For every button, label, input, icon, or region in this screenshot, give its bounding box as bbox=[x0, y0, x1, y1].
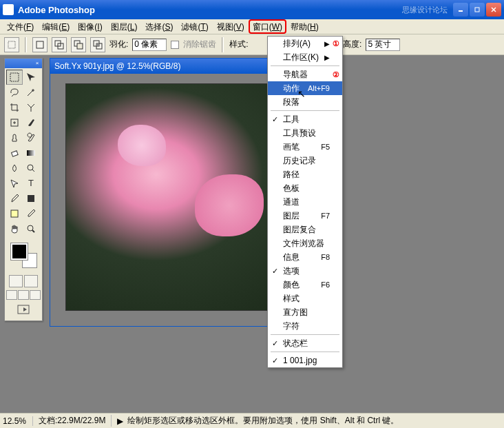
menu-item-字符[interactable]: 字符 bbox=[268, 319, 342, 333]
svg-line-18 bbox=[32, 170, 34, 172]
submenu-arrow-icon: ▶ bbox=[324, 54, 330, 61]
menu-item-直方图[interactable]: 直方图 bbox=[268, 305, 342, 319]
menu-item-动作[interactable]: 动作Alt+F9 bbox=[268, 81, 342, 95]
menu-help[interactable]: 帮助(H) bbox=[286, 19, 323, 34]
marquee-tool[interactable] bbox=[6, 70, 23, 85]
tool-preset-icon[interactable] bbox=[4, 37, 19, 52]
antialias-checkbox[interactable] bbox=[171, 41, 179, 49]
selection-new-icon[interactable] bbox=[32, 37, 48, 52]
svg-rect-5 bbox=[36, 41, 43, 48]
standard-mode-button[interactable] bbox=[9, 275, 23, 287]
path-select-tool[interactable] bbox=[6, 176, 23, 191]
menu-item-通道[interactable]: 通道 bbox=[268, 195, 342, 209]
svg-point-17 bbox=[28, 165, 33, 170]
triangle-icon: ▶ bbox=[117, 416, 123, 426]
menu-view[interactable]: 视图(V) bbox=[213, 19, 249, 34]
menu-item-排列[interactable]: 排列(A)▶① bbox=[268, 37, 342, 50]
menu-item-历史记录[interactable]: 历史记录 bbox=[268, 154, 342, 167]
hand-tool[interactable] bbox=[6, 221, 23, 236]
zoom-field[interactable]: 12.5% bbox=[0, 416, 33, 426]
check-icon: ✓ bbox=[272, 339, 278, 348]
window-buttons bbox=[453, 3, 501, 17]
minimize-button[interactable] bbox=[453, 3, 468, 17]
menu-item-选项[interactable]: ✓选项 bbox=[268, 264, 342, 278]
stamp-tool[interactable] bbox=[6, 130, 23, 145]
screen-full-button[interactable] bbox=[30, 290, 41, 300]
menu-item-文件浏览器[interactable]: 文件浏览器 bbox=[268, 236, 342, 250]
blur-tool[interactable] bbox=[6, 161, 23, 176]
menu-select[interactable]: 选择(S) bbox=[141, 19, 177, 34]
brush-tool[interactable] bbox=[23, 115, 39, 130]
svg-text:T: T bbox=[28, 178, 34, 188]
menu-item-颜色[interactable]: 颜色F6 bbox=[268, 278, 342, 292]
menu-item-工作区[interactable]: 工作区(K)▶ bbox=[268, 50, 342, 64]
menu-item-工具预设[interactable]: 工具预设 bbox=[268, 126, 342, 140]
close-icon[interactable]: × bbox=[34, 60, 41, 67]
menu-layer[interactable]: 图层(L) bbox=[107, 19, 142, 34]
selection-add-icon[interactable] bbox=[52, 37, 67, 52]
svg-rect-9 bbox=[77, 43, 83, 49]
status-bar: 12.5% 文档:22.9M/22.9M ▶绘制矩形选区或移动选区外框。要用附加… bbox=[0, 413, 504, 428]
menu-filter[interactable]: 滤镜(T) bbox=[177, 19, 212, 34]
gradient-tool[interactable] bbox=[23, 145, 39, 161]
type-tool[interactable]: T bbox=[23, 176, 39, 191]
eraser-tool[interactable] bbox=[6, 145, 23, 161]
close-button[interactable] bbox=[486, 3, 501, 17]
svg-rect-21 bbox=[11, 210, 18, 217]
svg-rect-13 bbox=[10, 73, 19, 81]
crop-tool[interactable] bbox=[6, 100, 23, 115]
menu-item-信息[interactable]: 信息F8 bbox=[268, 250, 342, 264]
dodge-tool[interactable] bbox=[23, 161, 39, 176]
menu-window[interactable]: 窗口(W) bbox=[249, 19, 286, 34]
selection-intersect-icon[interactable] bbox=[90, 37, 105, 52]
foreground-color-swatch[interactable] bbox=[11, 243, 28, 260]
lasso-tool[interactable] bbox=[6, 85, 23, 100]
shape-tool[interactable] bbox=[23, 191, 39, 206]
svg-point-22 bbox=[28, 225, 33, 231]
menu-file[interactable]: 文件(F) bbox=[3, 19, 38, 34]
menu-item-样式[interactable]: 样式 bbox=[268, 292, 342, 305]
selection-subtract-icon[interactable] bbox=[71, 37, 86, 52]
move-tool[interactable] bbox=[23, 70, 39, 85]
menu-image[interactable]: 图像(I) bbox=[74, 19, 106, 34]
menu-item-画笔[interactable]: 画笔F5 bbox=[268, 140, 342, 154]
zoom-tool[interactable] bbox=[23, 221, 39, 236]
wand-tool[interactable] bbox=[23, 85, 39, 100]
quickmask-mode-button[interactable] bbox=[24, 275, 38, 287]
slice-tool[interactable] bbox=[23, 100, 39, 115]
menu-edit[interactable]: 编辑(E) bbox=[38, 19, 74, 34]
toolbox: × T bbox=[4, 58, 43, 321]
menu-item-色板[interactable]: 色板 bbox=[268, 181, 342, 195]
healing-tool[interactable] bbox=[6, 115, 23, 130]
menu-item-图层[interactable]: 图层F7 bbox=[268, 209, 342, 223]
eyedropper-tool[interactable] bbox=[23, 206, 39, 221]
svg-line-23 bbox=[32, 230, 34, 232]
check-icon: ✓ bbox=[272, 356, 278, 365]
history-brush-tool[interactable] bbox=[23, 130, 39, 145]
jump-to-imageready-icon[interactable] bbox=[5, 301, 42, 320]
feather-input[interactable] bbox=[132, 39, 167, 51]
menu-item-工具[interactable]: ✓工具 bbox=[268, 112, 342, 126]
menu-item-路径[interactable]: 路径 bbox=[268, 167, 342, 181]
menu-item-段落[interactable]: 段落 bbox=[268, 95, 342, 109]
svg-rect-12 bbox=[96, 43, 99, 46]
menu-item-图层复合[interactable]: 图层复合 bbox=[268, 223, 342, 236]
menu-item-导航器[interactable]: 导航器② bbox=[268, 68, 342, 81]
height-input[interactable] bbox=[366, 39, 400, 51]
doc-size-label[interactable]: 文档:22.9M/22.9M bbox=[33, 415, 112, 427]
antialias-label: 消除锯齿 bbox=[183, 39, 216, 50]
screen-standard-button[interactable] bbox=[6, 290, 17, 300]
menu-item-1 001.jpg[interactable]: ✓1 001.jpg bbox=[268, 354, 342, 367]
watermark-text: 思缘设计论坛 bbox=[402, 5, 448, 15]
window-menu-dropdown: 排列(A)▶①工作区(K)▶导航器②动作Alt+F9段落✓工具工具预设画笔F5历… bbox=[267, 36, 343, 368]
maximize-button[interactable] bbox=[470, 3, 485, 17]
check-icon: ✓ bbox=[272, 267, 278, 276]
notes-tool[interactable] bbox=[6, 206, 23, 221]
app-icon bbox=[3, 4, 14, 15]
color-picker[interactable] bbox=[7, 241, 40, 271]
screen-full-menubar-button[interactable] bbox=[18, 290, 29, 300]
pen-tool[interactable] bbox=[6, 191, 23, 206]
menu-item-状态栏[interactable]: ✓状态栏 bbox=[268, 336, 342, 350]
toolbox-header[interactable]: × bbox=[5, 59, 42, 68]
status-tip: ▶绘制矩形选区或移动选区外框。要用附加选项，使用 Shift、Alt 和 Ctr… bbox=[112, 415, 404, 427]
